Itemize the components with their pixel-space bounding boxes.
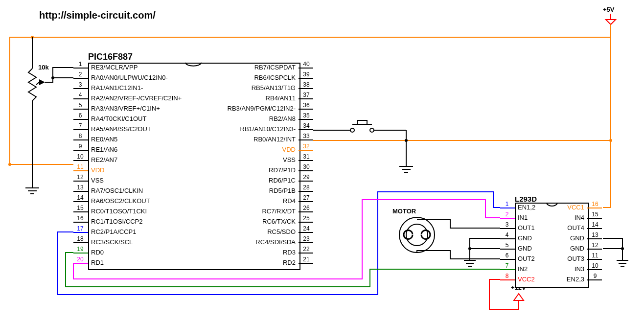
pin-number: 11 <box>74 163 86 170</box>
pin-label: RC6/TX/CK <box>262 218 296 225</box>
pin-number: 12 <box>589 242 601 249</box>
pin-number: 27 <box>300 194 312 201</box>
pin-label: IN1 <box>518 214 528 221</box>
pin-label: RB5/AN13/T1G <box>252 84 296 92</box>
svg-point-1 <box>31 36 34 39</box>
label-10k: 10k <box>38 64 49 71</box>
pin-number: 9 <box>74 143 86 150</box>
pin-lead <box>73 222 88 223</box>
pin-lead <box>500 279 515 280</box>
pin-lead <box>299 98 313 99</box>
pin-lead <box>73 68 88 69</box>
pin-lead <box>299 242 313 243</box>
svg-point-4 <box>8 163 11 166</box>
pin-label: RA1/AN1/C12IN1- <box>91 84 143 92</box>
pin-lead <box>73 211 88 212</box>
pin-number: 16 <box>74 215 86 222</box>
pin-number: 8 <box>501 273 513 279</box>
pin-lead <box>500 218 515 219</box>
pin-lead <box>299 78 313 79</box>
svg-line-7 <box>36 82 39 85</box>
pin-label: RC5/SDO <box>267 228 296 235</box>
pin-number: 19 <box>74 246 86 253</box>
pin-number: 33 <box>300 133 312 139</box>
label-5v: +5V <box>603 6 615 13</box>
svg-rect-15 <box>357 120 367 124</box>
pin-label: RA4/T0CKI/C1OUT <box>91 115 146 122</box>
pin-number: 3 <box>74 81 86 88</box>
pin-label: RD3 <box>283 249 296 256</box>
pin-number: 2 <box>74 71 86 78</box>
pin-number: 1 <box>501 201 513 208</box>
label-motor: MOTOR <box>392 208 416 215</box>
pin-label: GND <box>518 245 532 252</box>
pin-label: RD7/P1D <box>269 166 296 174</box>
pin-number: 37 <box>300 92 312 98</box>
pin-label: IN4 <box>575 214 584 221</box>
mcu-title: PIC16F887 <box>88 52 133 62</box>
pin-lead <box>500 238 515 239</box>
pin-label: RD2 <box>283 259 296 266</box>
pin-lead <box>73 109 88 110</box>
pin-lead <box>587 249 602 250</box>
pin-number: 36 <box>300 102 312 109</box>
pin-lead <box>73 139 88 140</box>
svg-point-2 <box>609 139 612 142</box>
pin-lead <box>587 279 602 280</box>
pin-number: 12 <box>74 174 86 181</box>
pin-number: 10 <box>589 262 601 269</box>
pin-number: 8 <box>74 133 86 139</box>
pin-number: 3 <box>501 221 513 228</box>
pin-lead <box>299 160 313 161</box>
pin-lead <box>500 228 515 229</box>
pin-label: EN1,2 <box>518 204 535 211</box>
pin-lead <box>299 150 313 151</box>
svg-point-8 <box>51 76 54 79</box>
pin-number: 20 <box>74 256 86 263</box>
pin-number: 11 <box>589 252 601 259</box>
svg-point-20 <box>406 224 428 246</box>
pin-lead <box>73 160 88 161</box>
pin-lead <box>587 218 602 219</box>
pin-number: 17 <box>74 225 86 232</box>
pin-lead <box>73 170 88 171</box>
pin-number: 9 <box>589 273 601 279</box>
pin-lead <box>73 150 88 151</box>
pin-label: RA0/AN0/ULPWU/C12IN0- <box>91 74 168 81</box>
pin-label: RE3/MCLR/VPP <box>91 64 138 71</box>
pin-lead <box>500 259 515 260</box>
pin-label: RE2/AN7 <box>91 156 117 163</box>
pin-lead <box>73 191 88 192</box>
svg-point-22 <box>468 247 471 250</box>
pin-label: VCC2 <box>518 276 535 283</box>
source-url: http://simple-circuit.com/ <box>39 10 156 21</box>
pin-lead <box>587 238 602 239</box>
pin-label: RC3/SCK/SCL <box>91 238 133 246</box>
pin-label: RC4/SDI/SDA <box>255 238 296 246</box>
pin-lead <box>73 181 88 182</box>
svg-point-3 <box>405 139 408 142</box>
pin-number: 34 <box>300 122 312 129</box>
pin-lead <box>73 242 88 243</box>
pin-number: 5 <box>501 242 513 249</box>
pin-label: RA7/OSC1/CLKIN <box>91 187 143 194</box>
pin-lead <box>73 88 88 89</box>
driver-title: L293D <box>515 195 537 203</box>
pin-number: 40 <box>300 61 312 68</box>
pin-label: OUT3 <box>567 255 584 262</box>
pin-lead <box>299 232 313 233</box>
pin-number: 1 <box>74 61 86 68</box>
pin-number: 30 <box>300 163 312 170</box>
pin-lead <box>73 119 88 120</box>
pin-label: VSS <box>91 177 104 184</box>
pin-lead <box>299 109 313 110</box>
pin-label: RB1/AN10/C12IN3- <box>240 125 296 133</box>
pin-label: RD5/P1B <box>269 187 296 194</box>
pin-label: RD6/P1C <box>269 177 296 184</box>
pin-number: 4 <box>501 231 513 238</box>
pin-label: IN2 <box>518 265 528 273</box>
pin-label: RB0/AN12/INT <box>253 136 296 143</box>
pin-number: 24 <box>300 225 312 232</box>
pin-lead <box>73 78 88 79</box>
pin-label: RA5/AN4/SS/C2OUT <box>91 125 151 133</box>
